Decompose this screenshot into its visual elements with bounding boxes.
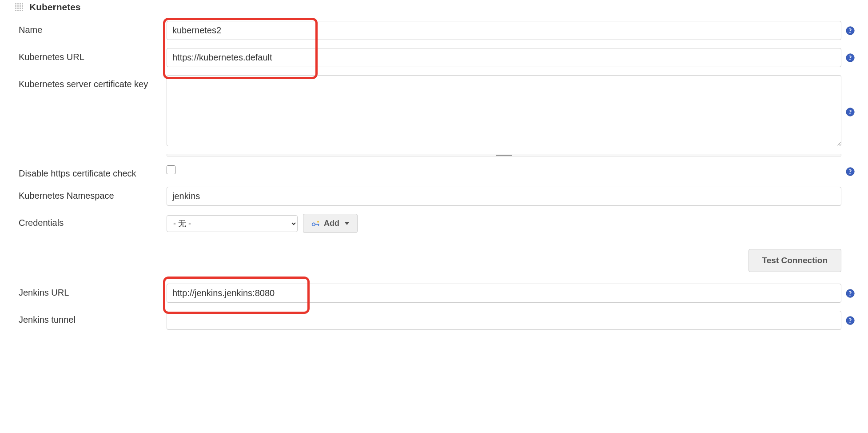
help-icon[interactable]: ? (845, 107, 855, 117)
svg-text:?: ? (849, 317, 852, 324)
certificate-key-textarea[interactable] (167, 75, 841, 146)
jenkins-tunnel-input[interactable] (167, 311, 841, 330)
help-icon[interactable]: ? (845, 26, 855, 36)
drag-handle-icon[interactable] (15, 3, 23, 11)
section-title: Kubernetes (29, 2, 81, 12)
svg-point-11 (317, 221, 319, 222)
svg-text:?: ? (849, 108, 852, 115)
kubernetes-url-input[interactable] (167, 48, 841, 67)
test-connection-button[interactable]: Test Connection (749, 249, 841, 272)
label-jenkins-tunnel: Jenkins tunnel (9, 307, 167, 334)
add-button-label: Add (324, 219, 339, 228)
namespace-input[interactable] (167, 187, 841, 206)
label-certificate-key: Kubernetes server certificate key (9, 71, 167, 152)
svg-text:?: ? (849, 54, 852, 61)
help-icon[interactable]: ? (845, 53, 855, 63)
help-icon[interactable]: ? (845, 167, 855, 176)
resize-divider[interactable] (167, 154, 841, 156)
svg-text:?: ? (849, 290, 852, 297)
help-icon[interactable]: ? (845, 289, 855, 298)
label-disable-https-check: Disable https certificate check (9, 160, 167, 183)
name-input[interactable] (167, 21, 841, 40)
disable-https-check-checkbox[interactable] (167, 165, 175, 174)
add-credentials-button[interactable]: Add (303, 214, 358, 233)
svg-point-8 (312, 223, 315, 226)
label-credentials: Credentials (9, 210, 167, 237)
label-namespace: Kubernetes Namespace (9, 183, 167, 210)
credentials-select[interactable]: - 无 - (167, 215, 298, 232)
svg-text:?: ? (849, 27, 852, 34)
jenkins-url-input[interactable] (167, 284, 841, 303)
caret-down-icon (345, 222, 349, 225)
help-icon[interactable]: ? (845, 316, 855, 325)
svg-rect-10 (318, 224, 319, 225)
label-jenkins-url: Jenkins URL (9, 280, 167, 307)
label-name: Name (9, 17, 167, 44)
svg-text:?: ? (849, 168, 852, 175)
key-icon (311, 221, 320, 227)
label-kubernetes-url: Kubernetes URL (9, 44, 167, 71)
